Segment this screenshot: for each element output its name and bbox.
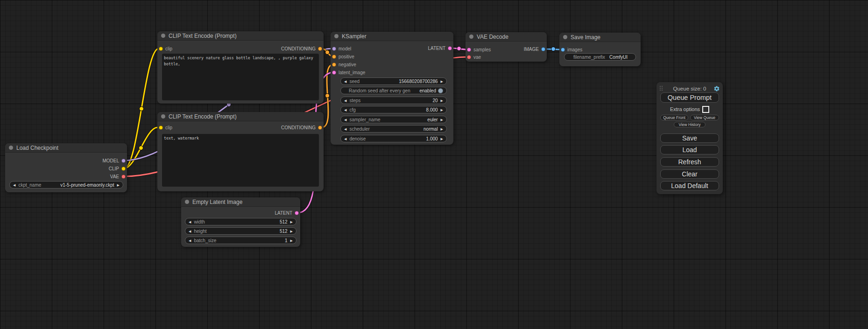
node-title-bar[interactable]: Save Image [559,33,641,42]
increment-arrow-icon[interactable]: ▶ [290,239,293,242]
latent-port-icon[interactable] [448,46,452,50]
increment-arrow-icon[interactable]: ▶ [441,137,443,140]
seed-widget[interactable]: ◀ seed 156680208700286 ▶ [340,77,447,85]
node-title-bar[interactable]: Load Checkpoint [5,143,127,153]
node-empty-latent-image[interactable]: Empty Latent Image LATENT ◀ width 512 ▶ … [181,197,300,247]
random-seed-toggle-widget[interactable]: Random seed after every gen enabled [340,87,447,94]
increment-arrow-icon[interactable]: ▶ [441,108,443,112]
increment-arrow-icon[interactable]: ▶ [290,230,293,233]
denoise-widget[interactable]: ◀ denoise 1.000 ▶ [340,135,447,142]
width-widget[interactable]: ◀ width 512 ▶ [185,218,296,225]
vae-port-icon[interactable] [467,55,471,59]
node-title-bar[interactable]: KSampler [331,32,453,41]
input-slot-samples[interactable]: samples [467,46,491,53]
clip-port-icon[interactable] [121,167,126,171]
output-slot-latent[interactable]: LATENT [428,45,452,51]
decrement-arrow-icon[interactable]: ◀ [344,127,346,131]
collapse-dot-icon[interactable] [161,114,165,119]
collapse-dot-icon[interactable] [9,146,13,150]
decrement-arrow-icon[interactable]: ◀ [344,80,346,83]
increment-arrow-icon[interactable]: ▶ [117,183,120,187]
conditioning-port-icon[interactable] [318,126,322,130]
input-slot-clip[interactable]: clip [159,45,172,52]
image-port-icon[interactable] [561,48,565,52]
conditioning-port-icon[interactable] [332,63,336,67]
collapse-dot-icon[interactable] [563,35,567,39]
increment-arrow-icon[interactable]: ▶ [441,118,443,121]
load-button[interactable]: Load [660,145,719,154]
input-slot-clip[interactable]: clip [159,124,172,131]
conditioning-port-icon[interactable] [332,55,336,59]
toggle-enabled-icon[interactable] [438,88,443,93]
model-port-icon[interactable] [121,159,126,163]
drag-handle-icon[interactable] [660,86,663,91]
steps-widget[interactable]: ◀ steps 20 ▶ [340,97,447,104]
input-slot-images[interactable]: images [561,46,582,53]
conditioning-port-icon[interactable] [318,47,322,51]
output-slot-vae[interactable]: VAE [110,173,126,180]
input-slot-negative[interactable]: negative [332,61,356,68]
batch-size-widget[interactable]: ◀ batch_size 1 ▶ [185,237,296,244]
height-widget[interactable]: ◀ height 512 ▶ [185,227,296,235]
scheduler-widget[interactable]: ◀ scheduler normal ▶ [340,125,447,133]
cfg-widget[interactable]: ◀ cfg 8.000 ▶ [340,106,447,113]
vae-port-icon[interactable] [121,175,126,179]
collapse-dot-icon[interactable] [161,34,165,38]
queue-prompt-button[interactable]: Queue Prompt [660,92,719,103]
node-vae-decode[interactable]: VAE Decode samples IMAGE vae [466,32,547,62]
ckpt-name-widget[interactable]: ◀ ckpt_name v1-5-pruned-emaonly.ckpt ▶ [9,181,123,189]
output-slot-latent[interactable]: LATENT [275,210,299,216]
node-title-bar[interactable]: Empty Latent Image [181,197,300,207]
view-queue-button[interactable]: View Queue [690,115,719,120]
sampler-name-widget[interactable]: ◀ sampler_name euler ▶ [340,116,447,123]
node-title-bar[interactable]: VAE Decode [466,32,547,42]
output-slot-conditioning[interactable]: CONDITIONING [281,124,322,131]
latent-port-icon[interactable] [332,70,336,75]
clear-button[interactable]: Clear [660,169,719,179]
node-load-checkpoint[interactable]: Load Checkpoint MODEL CLIP VAE ◀ ckpt_na… [5,143,127,192]
node-save-image[interactable]: Save Image images filename_prefix ComfyU… [559,33,641,66]
collapse-dot-icon[interactable] [469,35,473,39]
output-slot-image[interactable]: IMAGE [524,46,545,52]
decrement-arrow-icon[interactable]: ◀ [344,137,346,140]
settings-gear-icon[interactable] [713,85,720,92]
view-history-button[interactable]: View History [674,122,706,127]
decrement-arrow-icon[interactable]: ◀ [189,220,191,224]
clip-port-icon[interactable] [159,126,163,130]
node-title-bar[interactable]: CLIP Text Encode (Prompt) [157,112,324,121]
refresh-button[interactable]: Refresh [660,157,719,167]
image-port-icon[interactable] [541,47,545,51]
positive-prompt-textarea[interactable]: beautiful scenery nature glass bottle la… [162,54,319,100]
decrement-arrow-icon[interactable]: ◀ [344,118,346,121]
node-ksampler[interactable]: KSampler model LATENT positive negative … [331,32,453,145]
queue-menu-panel[interactable]: Queue size: 0 Queue Prompt Extra options… [656,82,723,194]
increment-arrow-icon[interactable]: ▶ [290,220,293,224]
collapse-dot-icon[interactable] [334,34,339,38]
clip-port-icon[interactable] [159,47,163,51]
output-slot-model[interactable]: MODEL [102,157,126,164]
node-graph-canvas[interactable]: Load Checkpoint MODEL CLIP VAE ◀ ckpt_na… [0,0,868,329]
node-clip-text-encode-positive[interactable]: CLIP Text Encode (Prompt) clip CONDITION… [157,31,324,104]
input-slot-positive[interactable]: positive [332,53,354,60]
negative-prompt-textarea[interactable]: text, watermark [162,134,319,187]
decrement-arrow-icon[interactable]: ◀ [13,183,15,187]
decrement-arrow-icon[interactable]: ◀ [344,99,346,102]
decrement-arrow-icon[interactable]: ◀ [189,239,191,242]
decrement-arrow-icon[interactable]: ◀ [189,230,191,233]
latent-port-icon[interactable] [467,48,471,52]
decrement-arrow-icon[interactable]: ◀ [344,108,346,112]
output-slot-conditioning[interactable]: CONDITIONING [281,45,322,52]
queue-front-button[interactable]: Queue Front [660,115,688,120]
input-slot-vae[interactable]: vae [467,54,481,60]
model-port-icon[interactable] [332,47,336,51]
input-slot-model[interactable]: model [332,45,351,52]
filename-prefix-widget[interactable]: filename_prefix ComfyUI [564,53,636,61]
extra-options-checkbox[interactable] [702,106,709,113]
load-default-button[interactable]: Load Default [660,181,719,190]
collapse-dot-icon[interactable] [185,200,189,204]
input-slot-latent-image[interactable]: latent_image [332,69,365,76]
node-title-bar[interactable]: CLIP Text Encode (Prompt) [157,31,324,41]
latent-port-icon[interactable] [295,211,299,215]
node-clip-text-encode-negative[interactable]: CLIP Text Encode (Prompt) clip CONDITION… [157,112,324,191]
increment-arrow-icon[interactable]: ▶ [441,127,443,131]
